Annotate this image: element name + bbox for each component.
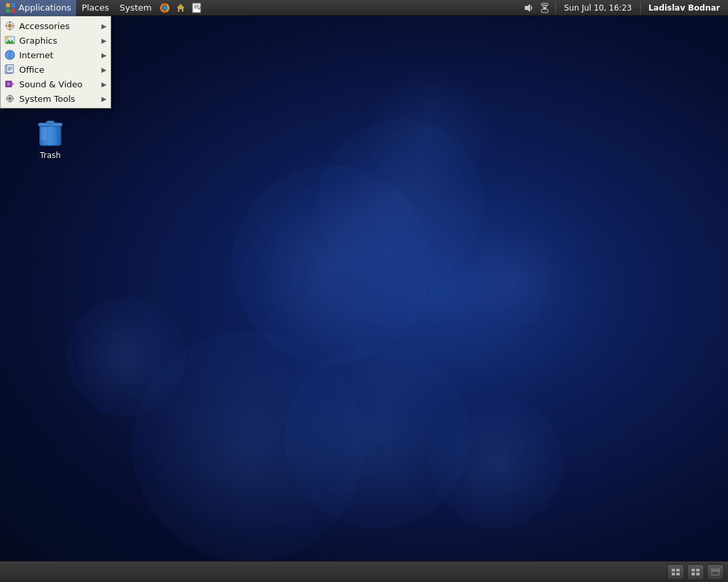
clock-display: Sun Jul 10, 16:23: [560, 3, 635, 13]
svg-rect-58: [696, 569, 700, 571]
svg-point-39: [8, 83, 9, 85]
menu-item-sound-video[interactable]: Sound & Video ▶: [1, 77, 111, 91]
svg-rect-1: [11, 3, 15, 7]
svg-rect-48: [46, 121, 54, 124]
firefox-launcher[interactable]: [157, 0, 173, 16]
bottom-btn-2[interactable]: [687, 564, 704, 580]
trash-icon-image: [34, 116, 66, 148]
svg-point-18: [8, 24, 12, 28]
bottom-btn-3[interactable]: [707, 564, 724, 580]
applications-icon: [5, 3, 16, 13]
svg-rect-59: [692, 573, 695, 575]
accessories-arrow: ▶: [101, 22, 107, 30]
clock-separator: [640, 2, 641, 14]
svg-point-41: [9, 97, 11, 100]
applications-dropdown-menu: Accessories ▶ Graphics ▶: [0, 16, 111, 108]
menu-item-system-tools[interactable]: System Tools ▶: [1, 91, 111, 106]
internet-icon: [5, 50, 15, 60]
taskbar-right: Sun Jul 10, 16:23 Ladislav Bodnar: [522, 0, 728, 16]
svg-point-6: [163, 6, 167, 10]
svg-point-24: [6, 37, 9, 40]
svg-rect-56: [676, 573, 680, 575]
svg-rect-54: [676, 569, 680, 571]
graphics-arrow: ▶: [101, 37, 107, 44]
menu-item-graphics[interactable]: Graphics ▶: [1, 33, 111, 48]
svg-rect-22: [13, 25, 15, 26]
svg-rect-21: [5, 25, 7, 26]
home-icon: [175, 3, 186, 13]
graphics-icon: [5, 35, 15, 46]
text-editor-launcher[interactable]: [189, 0, 205, 16]
menu-item-internet[interactable]: Internet ▶: [1, 48, 111, 62]
office-arrow: ▶: [101, 66, 107, 73]
svg-rect-20: [9, 28, 11, 30]
username-display: Ladislav Bodnar: [645, 3, 724, 13]
bottom-panel: [0, 561, 728, 582]
system-tools-arrow: ▶: [101, 95, 107, 103]
svg-rect-55: [672, 573, 675, 575]
svg-rect-52: [41, 127, 46, 140]
desktop: Applications Places System: [0, 0, 728, 582]
svg-marker-37: [12, 82, 15, 86]
svg-rect-57: [692, 569, 695, 571]
firefox-icon: [159, 3, 170, 13]
menu-item-accessories[interactable]: Accessories ▶: [1, 19, 111, 33]
svg-rect-53: [672, 569, 675, 571]
svg-rect-2: [6, 9, 10, 13]
svg-rect-61: [711, 569, 719, 575]
office-label: Office: [19, 65, 97, 75]
sound-video-icon: [5, 79, 15, 89]
internet-label: Internet: [19, 50, 97, 60]
svg-marker-7: [177, 4, 185, 12]
systray-separator: [555, 2, 556, 14]
sound-video-arrow: ▶: [101, 81, 107, 88]
applications-menu-button[interactable]: Applications: [0, 0, 76, 16]
applications-label: Applications: [19, 3, 71, 13]
menu-item-office[interactable]: Office ▶: [1, 62, 111, 77]
sound-video-label: Sound & Video: [19, 79, 97, 89]
network-icon[interactable]: [538, 0, 551, 16]
system-label: System: [120, 3, 152, 13]
svg-rect-0: [6, 3, 10, 7]
bottom-btn-1[interactable]: [667, 564, 684, 580]
system-tools-label: System Tools: [19, 94, 97, 104]
svg-rect-16: [541, 3, 548, 5]
places-label: Places: [81, 3, 109, 13]
places-menu-button[interactable]: Places: [76, 0, 114, 16]
svg-marker-12: [525, 4, 530, 12]
svg-rect-13: [541, 9, 548, 13]
system-menu-button[interactable]: System: [114, 0, 157, 16]
taskbar-left: Applications Places System: [0, 0, 522, 16]
svg-rect-3: [11, 9, 15, 13]
office-icon: [5, 64, 15, 75]
svg-rect-60: [696, 573, 700, 575]
trash-label: Trash: [40, 151, 61, 160]
graphics-label: Graphics: [19, 36, 97, 46]
system-tools-icon: [5, 93, 15, 104]
internet-arrow: ▶: [101, 52, 107, 59]
trash-desktop-icon[interactable]: Trash: [26, 114, 74, 163]
home-folder-launcher[interactable]: [173, 0, 189, 16]
svg-rect-43: [9, 101, 11, 103]
svg-rect-19: [9, 21, 11, 23]
svg-rect-42: [9, 95, 11, 96]
volume-icon[interactable]: [522, 0, 535, 16]
svg-rect-45: [13, 98, 14, 99]
accessories-icon: [5, 21, 15, 31]
accessories-label: Accessories: [19, 21, 97, 31]
taskbar: Applications Places System: [0, 0, 728, 16]
text-editor-icon: [191, 3, 202, 13]
svg-rect-44: [6, 98, 7, 99]
